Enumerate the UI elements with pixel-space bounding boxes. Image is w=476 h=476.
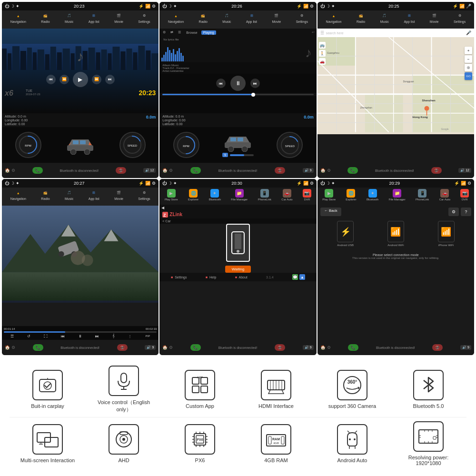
repeat-icon[interactable]: ↺	[27, 334, 30, 338]
app-carauto[interactable]: 🚗 Car Auto	[281, 189, 292, 203]
nav-radio-4[interactable]: 📻 Radio	[41, 189, 50, 204]
zoom-in-btn[interactable]: +	[465, 47, 472, 54]
nav-music-2[interactable]: 🎵 Music	[222, 12, 231, 27]
nav-music-3[interactable]: 🎵 Music	[380, 12, 389, 27]
home-icon-6[interactable]: 🏠	[320, 345, 326, 350]
settings-bottom-1[interactable]: ⚙	[11, 168, 15, 173]
home-icon-2[interactable]: 🏠	[162, 168, 168, 173]
nav-movie-2[interactable]: 🎬 Movie	[272, 12, 281, 27]
tab-list[interactable]: ☰	[177, 30, 182, 35]
nav-music-4[interactable]: 🎵 Music	[65, 189, 73, 204]
nav-applist-4[interactable]: ⊞ App list	[89, 189, 99, 204]
call-end-2[interactable]: 📵	[275, 167, 285, 174]
rew-btn[interactable]: ⏪	[60, 75, 69, 84]
settings-bottom-3[interactable]: ⚙	[327, 168, 331, 173]
nav-nav-4[interactable]: ▲ Navigation	[10, 189, 26, 204]
call-answer-5[interactable]: 📞	[190, 344, 201, 351]
app-playstore-6[interactable]: ▶ Play Store	[322, 189, 336, 203]
app-explorer[interactable]: 🌐 Explorer	[188, 189, 198, 203]
tab-browse[interactable]: Browse	[184, 30, 199, 35]
settings-bottom-6[interactable]: ⚙	[327, 345, 331, 350]
list-icon[interactable]: ☰	[10, 334, 14, 338]
nav-movie-1[interactable]: 🎬 Movie	[114, 12, 123, 27]
go-btn[interactable]: GO	[465, 72, 472, 80]
nav-settings-4[interactable]: ⚙ Settings	[138, 189, 150, 204]
fwd-btn[interactable]: ⏩	[92, 75, 101, 84]
app-dvr[interactable]: 📷 DVR	[303, 189, 311, 203]
nav-settings-2[interactable]: ⚙ Settings	[296, 12, 308, 27]
fullscreen-icon[interactable]: ⛶	[44, 334, 48, 338]
nav-settings-1[interactable]: ⚙ Settings	[138, 12, 150, 27]
nav-radio-1[interactable]: 📻 Radio	[41, 12, 50, 27]
transit-icon[interactable]: 🚌	[319, 42, 326, 49]
nav-settings-3[interactable]: ⚙ Settings	[454, 12, 466, 27]
next-video-btn[interactable]: ⏭	[95, 334, 99, 338]
map-view[interactable]: Guangzhou Dongguan Shenzhen Hong Kong Zh…	[317, 37, 474, 134]
pip-label[interactable]: PIP	[146, 335, 150, 337]
call-answer-6[interactable]: 📞	[348, 344, 358, 351]
conn-help-btn[interactable]: ?	[461, 208, 471, 216]
next-btn-2[interactable]: ⏭	[250, 79, 260, 88]
prev-btn-2[interactable]: ⏮	[216, 79, 226, 88]
call-end-5[interactable]: 📵	[275, 344, 285, 351]
call-answer-1[interactable]: 📞	[32, 167, 43, 174]
app-carauto-6[interactable]: 🚗 Car Auto	[439, 189, 450, 203]
progress-thumb[interactable]	[251, 93, 255, 97]
zoom-out-btn[interactable]: −	[465, 55, 472, 63]
nav-applist-1[interactable]: ⊞ App list	[89, 12, 99, 27]
call-end-6[interactable]: 📵	[432, 344, 443, 351]
call-answer-4[interactable]: 📞	[33, 344, 43, 351]
location-btn[interactable]: ◎	[465, 64, 472, 71]
nav-navigation-3[interactable]: ▲ Navigation	[326, 12, 341, 27]
prev-video-btn[interactable]: ⏮	[61, 334, 65, 338]
mic-search-icon[interactable]: 🎤	[466, 30, 471, 35]
app-bluetooth[interactable]: ✦ Bluetooth	[209, 189, 221, 203]
call-end-3[interactable]: 📵	[431, 167, 442, 174]
call-answer-2[interactable]: 📞	[190, 167, 201, 174]
home-icon-5[interactable]: 🏠	[162, 345, 168, 350]
settings-bottom-5[interactable]: ⚙	[169, 345, 173, 350]
walking-icon[interactable]: 🚶	[319, 50, 326, 57]
conn-settings-btn[interactable]: ⚙	[448, 208, 459, 216]
app-phonelink[interactable]: 📱 PhoneLink	[258, 189, 271, 203]
call-answer-3[interactable]: 📞	[347, 167, 358, 174]
tab-shuffle[interactable]: ⇄	[169, 30, 175, 35]
video-progress-bar[interactable]	[4, 331, 157, 333]
home-icon-4[interactable]: 🏠	[5, 345, 10, 350]
nav-radio-2[interactable]: 📻 Radio	[199, 12, 208, 27]
settings-label-zlink[interactable]: ■ Settings	[171, 276, 187, 279]
app-playstore[interactable]: ▶ Play Store	[165, 189, 178, 203]
app-filemanager[interactable]: 📁 File Manager	[231, 189, 248, 203]
settings-bottom-4[interactable]: ⚙	[11, 345, 15, 350]
nav-navigation-2[interactable]: ▲ Navigation	[168, 12, 184, 27]
car-icon-map[interactable]: 🚗	[319, 58, 326, 65]
app-bluetooth-6[interactable]: ✦ Bluetooth	[367, 189, 378, 203]
conn-iphone-wifi[interactable]: 📶 iPhone WiFi	[438, 221, 455, 247]
nav-applist-3[interactable]: ⊞ App list	[404, 12, 415, 27]
conn-android-wifi[interactable]: 📶 Android WiFi	[387, 221, 404, 247]
nav-navigation-1[interactable]: ▲ Navigation	[10, 12, 26, 27]
search-placeholder[interactable]: search here	[326, 31, 344, 35]
pause-btn[interactable]: ⏸	[230, 76, 246, 91]
home-icon-1[interactable]: 🏠	[5, 168, 10, 173]
next-btn[interactable]: ⏭	[105, 75, 115, 84]
home-icon-3[interactable]: 🏠	[320, 168, 326, 173]
help-label-zlink[interactable]: ■ Help	[206, 276, 217, 279]
settings-bottom-2[interactable]: ⚙	[169, 168, 173, 173]
tab-playing[interactable]: Playing	[201, 30, 216, 35]
nav-music-1[interactable]: 🎵 Music	[65, 12, 73, 27]
car-back-label[interactable]: < Car	[159, 218, 316, 224]
tab-eq[interactable]: ⚙	[161, 30, 167, 35]
nav-radio-3[interactable]: 📻 Radio	[357, 12, 365, 27]
conn-android-usb[interactable]: ⚡ Android USB	[337, 221, 354, 247]
call-end-1[interactable]: 📵	[116, 167, 126, 174]
back-btn-music[interactable]: ↩	[312, 30, 315, 34]
app-phonelink-6[interactable]: 📱 PhoneLink	[416, 189, 429, 203]
pause-video-btn[interactable]: ⏸	[78, 334, 82, 338]
more-icon[interactable]: ⋮	[128, 334, 132, 338]
play-btn[interactable]: ▶	[73, 72, 88, 87]
nav-movie-4[interactable]: 🎬 Movie	[114, 189, 123, 204]
eq-icon[interactable]: 𝄞	[112, 334, 115, 338]
app-filemanager-6[interactable]: 📁 File Manager	[389, 189, 406, 203]
app-explorer-6[interactable]: 🌐 Explorer	[346, 189, 356, 203]
